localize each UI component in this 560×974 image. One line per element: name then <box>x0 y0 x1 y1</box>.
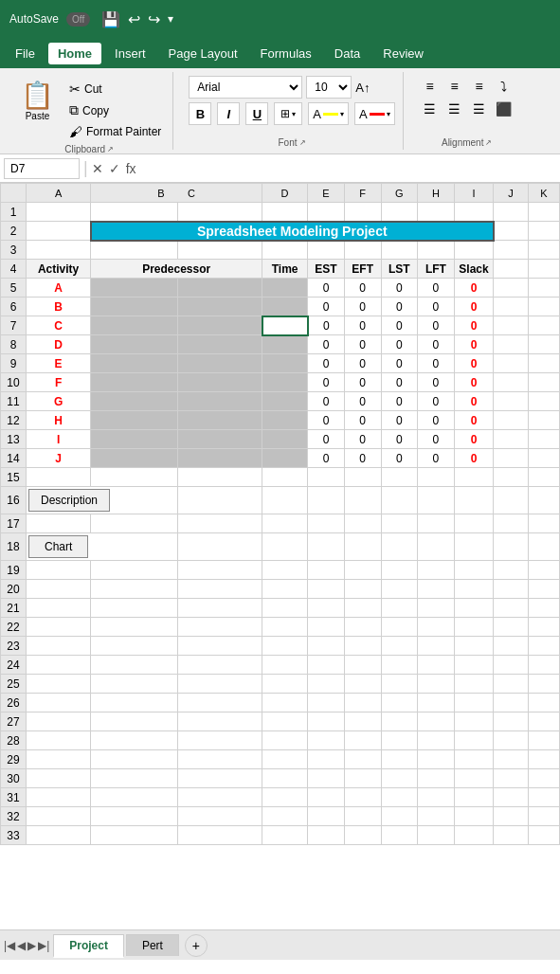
cell-c8[interactable] <box>177 335 262 354</box>
cell-d11[interactable] <box>262 392 308 411</box>
bold-button[interactable]: B <box>189 102 211 125</box>
cell-j17[interactable] <box>494 514 528 533</box>
cell-d18[interactable] <box>262 533 308 561</box>
cell-f14[interactable]: 0 <box>344 449 381 468</box>
cell-c17[interactable] <box>177 514 262 533</box>
cell-g14[interactable]: 0 <box>381 449 418 468</box>
cell-e13[interactable]: 0 <box>308 430 345 449</box>
cell-a17[interactable] <box>27 514 91 533</box>
cell-f13[interactable]: 0 <box>344 430 381 449</box>
cell-e17[interactable] <box>308 514 345 533</box>
cell-g11[interactable]: 0 <box>381 392 418 411</box>
cell-f12[interactable]: 0 <box>344 411 381 430</box>
cell-j10[interactable] <box>494 373 528 392</box>
cell-j4[interactable] <box>494 260 528 279</box>
cell-b1[interactable] <box>91 203 178 222</box>
cell-g5[interactable]: 0 <box>381 279 418 298</box>
cell-f10[interactable]: 0 <box>344 373 381 392</box>
cell-f8[interactable]: 0 <box>344 335 381 354</box>
cell-j7[interactable] <box>494 316 528 335</box>
cell-c16[interactable] <box>177 487 262 514</box>
cell-k5[interactable] <box>528 279 559 298</box>
menu-home[interactable]: Home <box>48 43 101 64</box>
menu-data[interactable]: Data <box>325 43 370 64</box>
merge-button[interactable]: ⬛ <box>493 99 515 119</box>
add-sheet-button[interactable]: + <box>185 934 208 957</box>
cell-j11[interactable] <box>494 392 528 411</box>
cell-k3[interactable] <box>528 241 559 260</box>
italic-button[interactable]: I <box>217 102 240 125</box>
cell-h5[interactable]: 0 <box>418 279 455 298</box>
cell-k10[interactable] <box>528 373 559 392</box>
cell-i9-slack[interactable]: 0 <box>454 354 494 373</box>
cell-e6[interactable]: 0 <box>308 298 345 316</box>
cell-d15[interactable] <box>262 468 308 487</box>
cell-i14-slack[interactable]: 0 <box>454 449 494 468</box>
cell-e14[interactable]: 0 <box>308 449 345 468</box>
cell-i3[interactable] <box>454 241 494 260</box>
cell-g17[interactable] <box>381 514 418 533</box>
cell-e9[interactable]: 0 <box>308 354 345 373</box>
cell-j6[interactable] <box>494 298 528 316</box>
cell-e11[interactable]: 0 <box>308 392 345 411</box>
menu-page-layout[interactable]: Page Layout <box>159 43 247 64</box>
font-size-select[interactable]: 10 <box>306 76 352 99</box>
cell-i18[interactable] <box>454 533 494 561</box>
insert-function-icon[interactable]: fx <box>126 161 136 176</box>
cell-g16[interactable] <box>381 487 418 514</box>
cell-g12[interactable]: 0 <box>381 411 418 430</box>
formula-input[interactable] <box>140 160 556 177</box>
col-header-a[interactable]: A <box>27 184 91 203</box>
sheet-tab-project[interactable]: Project <box>53 934 124 958</box>
cell-j12[interactable] <box>494 411 528 430</box>
cell-i16[interactable] <box>454 487 494 514</box>
align-right-button[interactable]: ☰ <box>468 99 491 119</box>
col-header-f[interactable]: F <box>344 184 381 203</box>
cell-d6[interactable] <box>262 298 308 316</box>
cell-b17[interactable] <box>91 514 178 533</box>
cell-i11-slack[interactable]: 0 <box>454 392 494 411</box>
cell-a2[interactable] <box>27 222 91 241</box>
cell-j15[interactable] <box>494 468 528 487</box>
font-expand-icon[interactable]: ↗ <box>299 138 306 147</box>
cell-f9[interactable]: 0 <box>344 354 381 373</box>
cell-c7[interactable] <box>177 316 262 335</box>
col-header-d[interactable]: D <box>262 184 308 203</box>
underline-button[interactable]: U <box>245 102 268 125</box>
cell-b8[interactable] <box>91 335 178 354</box>
cell-f6[interactable]: 0 <box>344 298 381 316</box>
cell-e1[interactable] <box>308 203 345 222</box>
cell-c9[interactable] <box>177 354 262 373</box>
cell-c18[interactable] <box>177 533 262 561</box>
cell-i17[interactable] <box>454 514 494 533</box>
sheet-tab-pert[interactable]: Pert <box>126 934 179 956</box>
cell-g9[interactable]: 0 <box>381 354 418 373</box>
cell-f11[interactable]: 0 <box>344 392 381 411</box>
cell-i1[interactable] <box>454 203 494 222</box>
col-header-g[interactable]: G <box>381 184 418 203</box>
cell-b12[interactable] <box>91 411 178 430</box>
col-header-b[interactable]: B C <box>91 184 262 203</box>
cell-h14[interactable]: 0 <box>418 449 455 468</box>
cell-c13[interactable] <box>177 430 262 449</box>
cell-g6[interactable]: 0 <box>381 298 418 316</box>
cell-h18[interactable] <box>418 533 455 561</box>
cell-b11[interactable] <box>91 392 178 411</box>
cell-h9[interactable]: 0 <box>418 354 455 373</box>
cell-j14[interactable] <box>494 449 528 468</box>
cell-j2[interactable] <box>494 222 528 241</box>
cell-h1[interactable] <box>418 203 455 222</box>
cell-b13[interactable] <box>91 430 178 449</box>
cell-j13[interactable] <box>494 430 528 449</box>
cell-e10[interactable]: 0 <box>308 373 345 392</box>
fill-color-button[interactable]: A ▾ <box>308 102 349 125</box>
cell-k18[interactable] <box>528 533 559 561</box>
cell-a1[interactable] <box>27 203 91 222</box>
cell-e15[interactable] <box>308 468 345 487</box>
cell-k2[interactable] <box>528 222 559 241</box>
cell-c6[interactable] <box>177 298 262 316</box>
cell-f3[interactable] <box>344 241 381 260</box>
cell-e16[interactable] <box>308 487 345 514</box>
cell-d3[interactable] <box>262 241 308 260</box>
cell-g1[interactable] <box>381 203 418 222</box>
